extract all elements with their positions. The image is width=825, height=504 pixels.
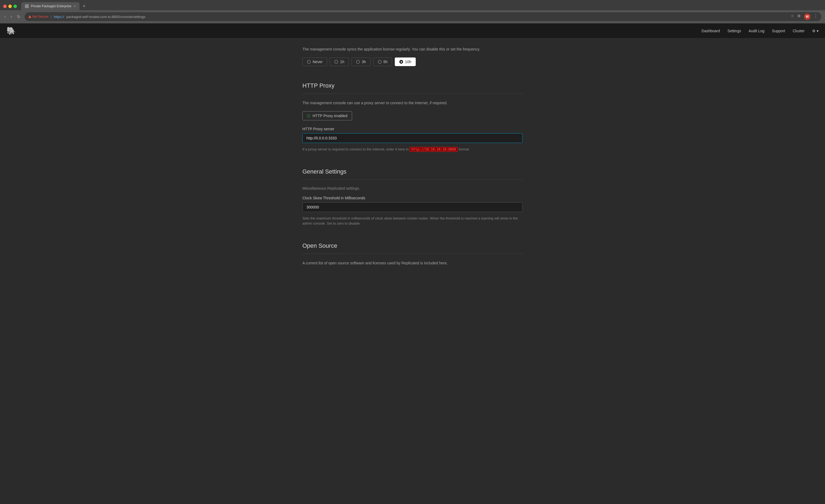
clock-skew-hint: Sets the maximum threshold in millisecon… [302, 216, 523, 226]
never-label: Never [313, 60, 322, 64]
general-settings-description: Miscellaneous Replicated settings. [302, 186, 523, 191]
refresh-button[interactable]: ↻ [16, 13, 21, 20]
proxy-enable-button[interactable]: ☑ HTTP Proxy enabled [302, 111, 352, 120]
1h-label: 1h [340, 60, 344, 64]
proxy-enable-label: HTTP Proxy enabled [313, 114, 348, 118]
tab-close-button[interactable]: × [74, 4, 76, 8]
bookmark-icon[interactable]: ☆ [791, 13, 794, 20]
general-settings-section: General Settings Miscellaneous Replicate… [302, 163, 523, 226]
checkbox-checked-icon: ☑ [307, 114, 310, 118]
nav-settings[interactable]: Settings [728, 29, 741, 33]
general-settings-title: General Settings [302, 163, 523, 175]
license-sync-description: The management console syncs the applica… [302, 47, 523, 52]
3h-label: 3h [362, 60, 366, 64]
nav-dashboard[interactable]: Dashboard [701, 29, 720, 33]
forward-button[interactable]: › [9, 13, 13, 20]
clock-skew-field: Clock Skew Threshold in Milliseconds Set… [302, 196, 523, 226]
traffic-lights [3, 5, 17, 8]
proxy-server-label: HTTP Proxy server [302, 127, 523, 131]
open-source-title: Open Source [302, 237, 523, 249]
hint-code: http://10.10.10.10:8888 [409, 147, 458, 152]
nav-links: Dashboard Settings Audit Log Support Clu… [701, 29, 819, 33]
active-tab[interactable]: Private Packagist Enterprise × [21, 2, 79, 10]
open-source-description: A current list of open source software a… [302, 260, 523, 266]
browser-chrome: Private Packagist Enterprise × + ‹ › ↻ !… [0, 0, 825, 23]
profile-button[interactable]: W [804, 13, 811, 20]
address-bar-icons: ☆ ⊕ W ⋮ [791, 13, 818, 20]
close-traffic-light[interactable] [3, 5, 7, 8]
minimize-traffic-light[interactable] [8, 5, 12, 8]
clock-skew-input[interactable] [302, 202, 523, 212]
address-separator: | [51, 15, 52, 19]
hint-text-after: format. [458, 147, 470, 151]
proxy-server-hint: If a proxy server is required to connect… [302, 147, 523, 152]
address-rest: packagist-self-hosted.com.lo:8800/consol… [66, 15, 145, 19]
gear-dropdown-icon: ▾ [817, 29, 819, 33]
fullscreen-traffic-light[interactable] [13, 5, 17, 8]
tab-favicon [25, 4, 29, 8]
main-content: The management console syncs the applica… [292, 39, 533, 287]
sync-5h-btn[interactable]: 5h [373, 58, 392, 66]
http-proxy-description: The management console can use a proxy s… [302, 100, 523, 106]
license-sync-section: The management console syncs the applica… [302, 47, 523, 66]
tab-bar: Private Packagist Enterprise × + [0, 0, 825, 10]
address-https: https:// [54, 15, 64, 19]
5h-radio-circle [378, 60, 382, 64]
extensions-icon[interactable]: ⊕ [797, 13, 801, 20]
open-source-section: Open Source A current list of open sourc… [302, 237, 523, 266]
nav-audit-log[interactable]: Audit Log [748, 29, 764, 33]
gear-icon: ⚙ [812, 29, 816, 33]
proxy-server-field: HTTP Proxy server If a proxy server is r… [302, 127, 523, 152]
nav-support[interactable]: Support [772, 29, 785, 33]
open-source-divider [302, 254, 523, 254]
5h-label: 5h [383, 60, 388, 64]
sync-3h-btn[interactable]: 3h [352, 58, 371, 66]
never-radio-circle [307, 60, 311, 64]
sync-frequency-group: Never 1h 3h 5h 10h [302, 58, 523, 66]
back-button[interactable]: ‹ [3, 13, 7, 20]
menu-icon[interactable]: ⋮ [814, 13, 818, 20]
http-proxy-title: HTTP Proxy [302, 77, 523, 89]
10h-label: 10h [405, 60, 411, 64]
hint-text-before: If a proxy server is required to connect… [302, 147, 409, 151]
not-secure-indicator: ! Not Secure [28, 15, 49, 18]
proxy-server-input[interactable] [302, 133, 523, 143]
app-nav: 🐘 Dashboard Settings Audit Log Support C… [0, 23, 825, 39]
tab-title: Private Packagist Enterprise [31, 4, 71, 8]
3h-radio-circle [356, 60, 360, 64]
sync-10h-btn[interactable]: 10h [395, 58, 416, 66]
nav-cluster[interactable]: Cluster [793, 29, 805, 33]
nav-gear-button[interactable]: ⚙ ▾ [812, 29, 819, 33]
app-logo: 🐘 [6, 26, 16, 35]
sync-1h-btn[interactable]: 1h [330, 58, 349, 66]
http-proxy-section: HTTP Proxy The management console can us… [302, 77, 523, 152]
10h-radio-circle [399, 60, 403, 64]
warning-icon: ! [28, 15, 31, 18]
general-settings-divider [302, 179, 523, 180]
clock-skew-label: Clock Skew Threshold in Milliseconds [302, 196, 523, 200]
sync-never-btn[interactable]: Never [302, 58, 327, 66]
address-bar-row: ‹ › ↻ ! Not Secure | https://packagist-s… [0, 10, 825, 23]
new-tab-button[interactable]: + [83, 3, 86, 9]
1h-radio-circle [334, 60, 338, 64]
http-proxy-divider [302, 93, 523, 94]
address-bar[interactable]: ! Not Secure | https://packagist-self-ho… [24, 12, 822, 21]
